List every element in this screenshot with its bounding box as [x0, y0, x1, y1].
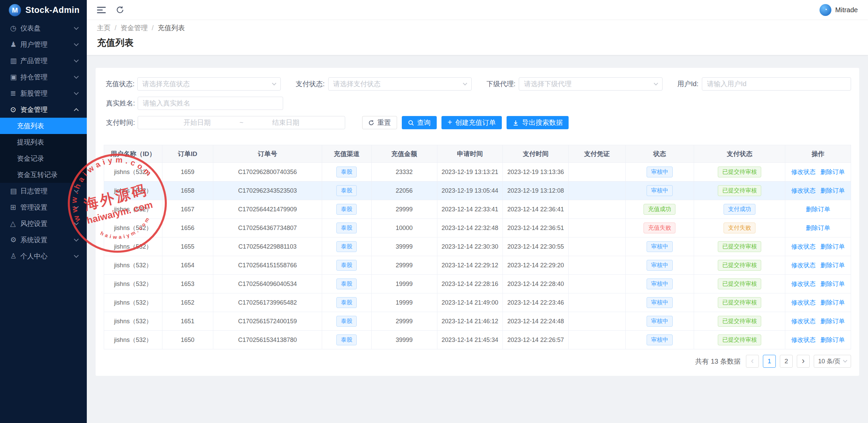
reset-button[interactable]: 重置	[362, 116, 397, 129]
sidebar-item[interactable]: ⊞管理设置	[0, 199, 87, 215]
delete-order-link[interactable]: 删除订单	[821, 281, 845, 287]
sidebar-item[interactable]: ▤日志管理	[0, 183, 87, 199]
sidebar-item[interactable]: ♙个人中心	[0, 248, 87, 264]
cell-user: jishns（532）	[104, 256, 162, 275]
avatar[interactable]: ◔	[820, 4, 831, 16]
sidebar-item[interactable]: ▥产品管理	[0, 53, 87, 69]
delete-order-link[interactable]: 删除订单	[821, 243, 845, 250]
cell-apply-time: 2023-12-14 21:49:00	[437, 293, 503, 312]
date-range-separator: ~	[239, 119, 243, 127]
refresh-icon[interactable]	[116, 6, 124, 14]
topbar-user[interactable]: ◔ Mitrade	[820, 4, 858, 16]
cell-user: jishns（532）	[104, 331, 162, 349]
table-row: jishns（532）1650C1702561534138780泰股399992…	[104, 331, 851, 349]
cell-pay-time: 2023-12-14 22:24:48	[503, 312, 569, 331]
page-number-button[interactable]: 1	[763, 355, 776, 368]
cell-voucher	[569, 163, 625, 181]
user-id-input[interactable]	[702, 77, 851, 91]
delete-order-link[interactable]: 删除订单	[821, 187, 845, 194]
breadcrumb-separator: /	[115, 24, 117, 32]
search-button[interactable]: 查询	[402, 116, 437, 129]
cell-channel: 泰股	[322, 275, 371, 293]
sidebar-item[interactable]: ⚙系统设置	[0, 232, 87, 248]
delete-order-link[interactable]: 删除订单	[806, 225, 830, 231]
sidebar-item-label: 风控设置	[20, 219, 75, 228]
agent-select[interactable]: 请选择下级代理	[519, 77, 662, 91]
pay-status-tag: 支付失败	[724, 223, 755, 233]
prev-page-button[interactable]: ‹	[746, 355, 759, 368]
channel-tag: 泰股	[336, 204, 357, 214]
sidebar-item[interactable]: ♟用户管理	[0, 36, 87, 53]
sidebar-item[interactable]: ≣新股管理	[0, 85, 87, 101]
cell-order-id: 1656	[162, 219, 213, 237]
cell-voucher	[569, 331, 625, 349]
delete-order-link[interactable]: 删除订单	[821, 262, 845, 269]
delete-order-link[interactable]: 删除订单	[821, 318, 845, 325]
pay-status-tag: 已提交待审核	[718, 316, 761, 326]
delete-order-link[interactable]: 删除订单	[821, 169, 845, 175]
table-body: jishns（532）1659C1702962800740356泰股233322…	[104, 163, 851, 349]
modify-status-link[interactable]: 修改状态	[791, 281, 816, 287]
cell-order-no: C1702561534138780	[213, 331, 322, 349]
sidebar-collapse-icon[interactable]	[97, 5, 106, 15]
chevron-down-icon	[74, 74, 79, 78]
cell-user: jishns（532）	[104, 237, 162, 256]
real-name-label: 真实姓名:	[104, 99, 135, 108]
next-page-button[interactable]: ›	[797, 355, 810, 368]
real-name-input[interactable]	[138, 97, 283, 110]
column-header: 订单号	[213, 145, 322, 163]
pay-status-select[interactable]: 请选择支付状态	[328, 77, 472, 91]
agent-label: 下级代理:	[487, 79, 516, 89]
cell-channel: 泰股	[322, 181, 371, 200]
sidebar-subitem[interactable]: 充值列表	[0, 118, 87, 134]
recharge-status-placeholder: 请选择充值状态	[142, 79, 190, 89]
cell-status: 充值失败	[625, 219, 694, 237]
modify-status-link[interactable]: 修改状态	[791, 243, 816, 250]
cell-status: 审核中	[625, 163, 694, 181]
sidebar-item[interactable]: ◷仪表盘	[0, 20, 87, 36]
modify-status-link[interactable]: 修改状态	[791, 169, 816, 175]
column-header: 订单ID	[162, 145, 213, 163]
sidebar-item[interactable]: ▣持仓管理	[0, 69, 87, 85]
sidebar-item[interactable]: △风控设置	[0, 215, 87, 232]
sidebar-item-label: 系统设置	[20, 235, 75, 245]
pay-status-tag: 已提交待审核	[718, 278, 761, 289]
column-header: 支付凭证	[569, 145, 625, 163]
pay-time-range-picker[interactable]: 开始日期 ~ 结束日期	[138, 116, 345, 129]
recharge-status-label: 充值状态:	[104, 79, 135, 89]
delete-order-link[interactable]: 删除订单	[821, 299, 845, 306]
column-header: 充值金额	[371, 145, 437, 163]
cell-apply-time: 2023-12-19 13:05:44	[437, 181, 503, 200]
breadcrumb-home[interactable]: 主页	[97, 23, 111, 33]
column-header: 申请时间	[437, 145, 503, 163]
modify-status-link[interactable]: 修改状态	[791, 337, 816, 343]
download-icon	[513, 120, 519, 126]
delete-order-link[interactable]: 删除订单	[806, 206, 830, 213]
cell-actions: 修改状态删除订单	[785, 237, 851, 256]
sidebar-subitem[interactable]: 资金互转记录	[0, 167, 87, 183]
page-size-select[interactable]: 10 条/页	[814, 355, 851, 368]
plus-icon: +	[448, 118, 452, 126]
cell-actions: 删除订单	[785, 200, 851, 219]
start-date-placeholder: 开始日期	[183, 118, 211, 127]
export-search-data-button[interactable]: 导出搜索数据	[507, 116, 569, 129]
recharge-status-select[interactable]: 请选择充值状态	[137, 77, 281, 91]
sidebar-subitem[interactable]: 资金记录	[0, 150, 87, 167]
delete-order-link[interactable]: 删除订单	[821, 337, 845, 343]
create-recharge-order-button[interactable]: + 创建充值订单	[441, 116, 502, 129]
recharge-list-card: 充值状态: 请选择充值状态 支付状态: 请选择支付状态 下级代理: 请选择下级代…	[96, 68, 859, 376]
page-number-button[interactable]: 2	[780, 355, 793, 368]
sidebar-menu: ◷仪表盘♟用户管理▥产品管理▣持仓管理≣新股管理⊙资金管理充值列表提现列表资金记…	[0, 20, 87, 264]
channel-tag: 泰股	[336, 223, 357, 233]
modify-status-link[interactable]: 修改状态	[791, 299, 816, 306]
chevron-down-icon	[74, 25, 79, 30]
sidebar-item[interactable]: ⊙资金管理	[0, 101, 87, 118]
modify-status-link[interactable]: 修改状态	[791, 187, 816, 194]
sidebar-item-label: 日志管理	[20, 187, 75, 196]
channel-tag: 泰股	[336, 334, 357, 345]
breadcrumb-funds[interactable]: 资金管理	[121, 23, 148, 33]
table-row: jishns（532）1653C1702564096040534泰股199992…	[104, 275, 851, 293]
modify-status-link[interactable]: 修改状态	[791, 262, 816, 269]
modify-status-link[interactable]: 修改状态	[791, 318, 816, 325]
sidebar-subitem[interactable]: 提现列表	[0, 134, 87, 150]
